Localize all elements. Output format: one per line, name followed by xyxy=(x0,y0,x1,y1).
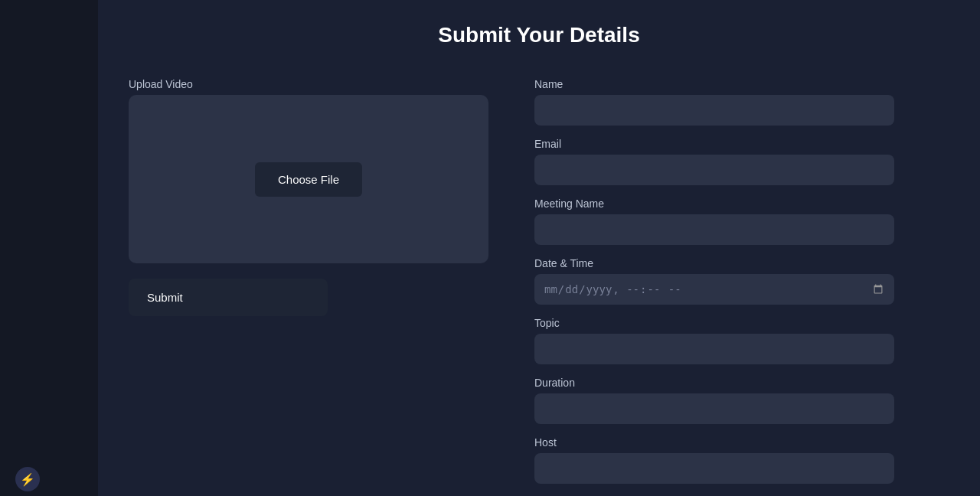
label-topic: Topic xyxy=(534,317,894,329)
right-column: NameEmailMeeting NameDate & TimeTopicDur… xyxy=(534,78,894,484)
input-host[interactable] xyxy=(534,453,894,484)
input-name[interactable] xyxy=(534,95,894,126)
sidebar: ⚡ xyxy=(0,0,98,496)
choose-file-button[interactable]: Choose File xyxy=(255,162,362,197)
input-duration[interactable] xyxy=(534,393,894,424)
input-meeting_name[interactable] xyxy=(534,214,894,245)
field-meeting_name: Meeting Name xyxy=(534,197,894,245)
upload-section: Upload Video Choose File xyxy=(129,78,488,263)
label-date_time: Date & Time xyxy=(534,257,894,269)
form-layout: Upload Video Choose File Submit NameEmai… xyxy=(129,78,894,484)
field-name: Name xyxy=(534,78,894,126)
submit-section: Submit xyxy=(129,279,488,316)
label-meeting_name: Meeting Name xyxy=(534,197,894,210)
input-date_time[interactable] xyxy=(534,274,894,305)
upload-label: Upload Video xyxy=(129,78,488,90)
lightning-icon[interactable]: ⚡ xyxy=(15,467,40,491)
left-column: Upload Video Choose File Submit xyxy=(129,78,488,484)
field-duration: Duration xyxy=(534,377,894,424)
label-duration: Duration xyxy=(534,377,894,389)
field-topic: Topic xyxy=(534,317,894,364)
input-email[interactable] xyxy=(534,155,894,185)
main-content: Submit Your Details Upload Video Choose … xyxy=(98,0,980,496)
label-host: Host xyxy=(534,436,894,449)
page-title: Submit Your Details xyxy=(129,23,949,47)
field-date_time: Date & Time xyxy=(534,257,894,305)
label-email: Email xyxy=(534,138,894,150)
field-email: Email xyxy=(534,138,894,185)
input-topic[interactable] xyxy=(534,334,894,364)
submit-button[interactable]: Submit xyxy=(129,279,328,316)
label-name: Name xyxy=(534,78,894,90)
field-host: Host xyxy=(534,436,894,484)
upload-area: Choose File xyxy=(129,95,488,263)
